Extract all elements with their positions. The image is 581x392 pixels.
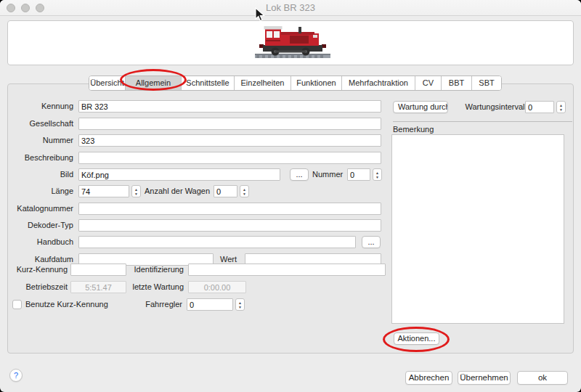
laenge-stepper[interactable]: ▲ ▼ <box>131 185 141 197</box>
bild-nummer-input[interactable] <box>347 168 370 181</box>
abbrechen-button[interactable]: Abbrechen <box>405 371 452 385</box>
stepper-down-icon[interactable]: ▼ <box>134 192 138 196</box>
katalognummer-label: Katalognummer <box>8 203 73 215</box>
benutze-kurz-kennung-label: Benutze Kurz-Kennung <box>25 298 127 311</box>
kurz-kennung-input[interactable] <box>70 264 126 276</box>
help-button[interactable]: ? <box>9 369 23 382</box>
letzte-wartung-value <box>188 281 246 293</box>
fahrregler-stepper[interactable]: ▲ ▼ <box>235 298 245 311</box>
tab-bbt[interactable]: BBT <box>442 76 472 90</box>
wartungsintervall-input[interactable] <box>525 101 554 113</box>
bemerkung-textarea[interactable] <box>391 134 564 324</box>
tab-sbt[interactable]: SBT <box>472 76 501 90</box>
betriebszeit-value <box>70 281 126 293</box>
identifizierung-label: Identifizierung <box>130 264 184 276</box>
dekoder-typ-input[interactable] <box>78 219 381 232</box>
laenge-label: Länge <box>8 185 73 197</box>
gesellschaft-label: Gesellschaft <box>8 118 73 130</box>
stepper-down-icon[interactable]: ▼ <box>375 175 379 179</box>
bild-input[interactable] <box>78 168 280 181</box>
form-panel: Kennung Gesellschaft Nummer Beschreibung… <box>7 83 574 354</box>
benutze-kurz-kennung-checkbox[interactable] <box>12 300 22 309</box>
wartung-durchgefuehrt-button[interactable]: Wartung durch <box>393 101 448 113</box>
tab-schnittstelle[interactable]: Schnittstelle <box>182 76 235 90</box>
dekoder-typ-label: Dekoder-Typ <box>8 219 73 232</box>
beschreibung-input[interactable] <box>78 152 381 164</box>
wagen-label: Anzahl der Wagen <box>145 185 210 197</box>
dialog-window: Lok BR 323 <box>0 0 581 392</box>
bild-nummer-label: Nummer <box>312 168 343 181</box>
handbuch-label: Handbuch <box>8 236 73 248</box>
identifizierung-input[interactable] <box>188 264 386 276</box>
mouse-cursor-icon <box>255 7 265 22</box>
bild-browse-button[interactable]: ... <box>290 168 309 181</box>
beschreibung-label: Beschreibung <box>8 152 73 164</box>
wagen-stepper[interactable]: ▲ ▼ <box>240 185 249 197</box>
nummer-input[interactable] <box>78 134 381 147</box>
kurz-kennung-label: Kurz-Kennung <box>8 264 68 276</box>
nummer-label: Nummer <box>8 134 73 147</box>
handbuch-browse-button[interactable]: ... <box>362 236 381 248</box>
stepper-down-icon[interactable]: ▼ <box>238 305 242 309</box>
tab-mehrfachtraktion[interactable]: Mehrfachtraktion <box>342 76 415 90</box>
annotation-ellipse-aktionen <box>383 327 450 352</box>
right-panel-divider <box>393 121 572 122</box>
fahrregler-label: Fahrregler <box>131 298 182 311</box>
laenge-input[interactable] <box>78 185 129 197</box>
handbuch-input[interactable] <box>78 236 356 248</box>
window-title: Lok BR 323 <box>0 0 581 16</box>
stepper-down-icon[interactable]: ▼ <box>559 107 563 112</box>
bild-nummer-stepper[interactable]: ▲ ▼ <box>373 168 382 181</box>
bemerkung-label: Bemerkung <box>393 125 434 134</box>
tab-cv[interactable]: CV <box>415 76 442 90</box>
gesellschaft-input[interactable] <box>78 118 381 130</box>
locomotive-image <box>249 23 336 60</box>
fahrregler-input[interactable] <box>187 298 233 311</box>
tab-funktionen[interactable]: Funktionen <box>291 76 342 90</box>
wartungsintervall-label: Wartungsintervall <box>454 101 527 113</box>
stepper-down-icon[interactable]: ▼ <box>243 192 246 196</box>
katalognummer-input[interactable] <box>78 203 381 215</box>
letzte-wartung-label: letzte Wartung <box>130 281 184 293</box>
annotation-ellipse-allgemein <box>120 69 187 91</box>
wagen-input[interactable] <box>214 185 237 197</box>
titlebar: Lok BR 323 <box>0 0 581 16</box>
ok-button[interactable]: ok <box>517 371 568 385</box>
tab-einzelheiten[interactable]: Einzelheiten <box>235 76 291 90</box>
wartungsintervall-stepper[interactable]: ▲ ▼ <box>556 101 566 113</box>
uebernehmen-button[interactable]: Übernehmen <box>458 371 511 385</box>
betriebszeit-label: Betriebszeit <box>8 281 68 293</box>
bild-label: Bild <box>8 168 73 181</box>
